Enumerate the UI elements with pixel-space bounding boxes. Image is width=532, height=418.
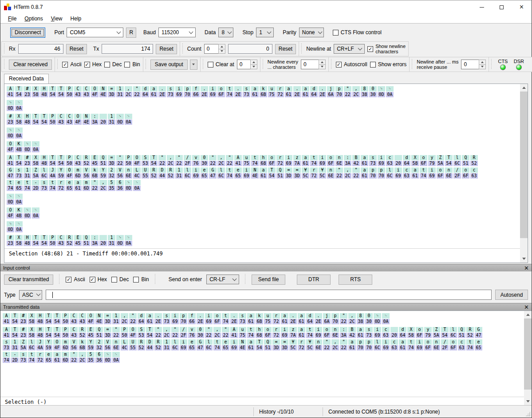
- stop-bits-select[interactable]: 1: [256, 28, 274, 37]
- rx-ascii-checkbox[interactable]: ✓Ascii: [62, 62, 81, 68]
- toolbar-grip-icon[interactable]: [244, 274, 246, 285]
- autosend-button[interactable]: Autosend: [495, 290, 528, 300]
- toolbar-grip-icon[interactable]: [331, 59, 332, 70]
- menu-file[interactable]: File: [4, 15, 20, 23]
- checkbox-box[interactable]: ✓: [336, 62, 342, 68]
- toolbar-grip-icon[interactable]: [182, 44, 183, 54]
- rx-hex-checkbox[interactable]: ✓Hex: [84, 62, 102, 68]
- checkbox-box[interactable]: [133, 277, 139, 283]
- newline-every-spinner[interactable]: 0: [301, 60, 326, 69]
- checkbox-box[interactable]: [124, 62, 130, 68]
- toolbar-grip-icon[interactable]: [4, 59, 5, 70]
- byte-cell: 030: [369, 86, 377, 97]
- tx-reset-button[interactable]: Reset: [156, 44, 177, 54]
- checkbox-box[interactable]: ✓: [62, 62, 68, 68]
- toolbar-grip-icon[interactable]: [411, 59, 413, 70]
- dtr-button[interactable]: DTR: [297, 275, 331, 285]
- newline-at-select[interactable]: CR+LF: [334, 44, 365, 54]
- count-spinner[interactable]: 0: [204, 44, 225, 54]
- received-scrollbar[interactable]: [520, 84, 528, 263]
- byte-cell: f66: [192, 86, 200, 97]
- close-button[interactable]: ×: [512, 0, 532, 14]
- parity-select[interactable]: None: [299, 28, 324, 37]
- minimize-button[interactable]: [472, 0, 492, 14]
- byte-cell: 131: [11, 339, 19, 350]
- byte-cell: i69: [319, 155, 326, 166]
- toolbar-grip-icon[interactable]: [59, 274, 60, 285]
- scrollbar-thumb[interactable]: [520, 92, 528, 238]
- input-control-row: Clear transmitted ✓Ascii ✓Hex Dec Bin Se…: [0, 271, 532, 287]
- close-icon[interactable]: ✕: [524, 304, 529, 310]
- rescan-ports-button[interactable]: R: [126, 28, 136, 38]
- byte-cell: u75: [264, 313, 272, 324]
- newline-after-spinner[interactable]: 0: [461, 60, 486, 69]
- show-newline-checkbox[interactable]: ✓Show newlinecharacters: [367, 44, 406, 54]
- close-icon[interactable]: ✕: [524, 265, 529, 271]
- checkbox-box[interactable]: ✓: [367, 46, 373, 52]
- rx-reset-button[interactable]: Reset: [66, 44, 87, 54]
- resize-grip[interactable]: [525, 411, 531, 417]
- checkbox-box[interactable]: ✓: [84, 62, 90, 68]
- tx-hex-checkbox[interactable]: ✓Hex: [90, 277, 107, 283]
- clear-at-spinner[interactable]: 0: [237, 60, 257, 69]
- newline-at-label: Newline at: [306, 46, 331, 52]
- menu-options[interactable]: Options: [20, 15, 47, 23]
- port-select[interactable]: COM5: [67, 28, 123, 37]
- toolbar-grip-icon[interactable]: [202, 59, 204, 70]
- baud-select[interactable]: 115200: [158, 28, 196, 37]
- type-select[interactable]: ASC: [19, 290, 42, 300]
- tx-bin-checkbox[interactable]: Bin: [133, 277, 149, 283]
- byte-cell: Z5A: [20, 339, 27, 350]
- scroll-up-icon[interactable]: [524, 311, 532, 318]
- clear-transmitted-button[interactable]: Clear transmitted: [4, 275, 53, 285]
- data-line: ␍0D␊0A: [7, 221, 479, 234]
- rx-bin-checkbox[interactable]: Bin: [124, 62, 140, 68]
- byte-cell: e65: [45, 352, 52, 363]
- toolbar-grip-icon[interactable]: [57, 59, 58, 70]
- tx-ascii-checkbox[interactable]: ✓Ascii: [66, 277, 85, 283]
- save-output-button[interactable]: Save output: [150, 60, 188, 70]
- menu-view[interactable]: View: [47, 15, 67, 23]
- data-bits-select[interactable]: 8: [218, 28, 233, 37]
- transmitted-data-grid[interactable]: A41T54#23X58H48T54T54P50C43C43O4FN4E=3D1…: [0, 311, 484, 397]
- toolbar-grip-icon[interactable]: [145, 59, 146, 70]
- rx-dec-checkbox[interactable]: Dec: [104, 62, 122, 68]
- scroll-up-icon[interactable]: [520, 84, 528, 92]
- checkbox-box[interactable]: [370, 62, 376, 68]
- menu-help[interactable]: Help: [67, 15, 86, 23]
- byte-cell: .2E: [201, 86, 208, 97]
- count-reset-button[interactable]: Reset: [275, 44, 296, 54]
- checkbox-box[interactable]: [111, 277, 117, 283]
- scroll-down-icon[interactable]: [524, 398, 532, 405]
- checkbox-box[interactable]: ✓: [90, 277, 95, 283]
- toolbar-grip-icon[interactable]: [491, 59, 492, 70]
- byte-cell: s73: [365, 327, 373, 338]
- toolbar-grip-icon[interactable]: [262, 59, 264, 70]
- clear-at-checkbox[interactable]: Clear at: [208, 62, 234, 68]
- send-on-enter-select[interactable]: CR-LF: [206, 275, 239, 284]
- scroll-down-icon[interactable]: [520, 255, 528, 263]
- checkbox-box[interactable]: [104, 62, 110, 68]
- tx-dec-checkbox[interactable]: Dec: [111, 277, 129, 283]
- disconnect-button[interactable]: Disconnect: [10, 28, 45, 38]
- send-input-field[interactable]: [46, 290, 492, 300]
- checkbox-box[interactable]: [208, 62, 213, 68]
- received-data-grid[interactable]: A41T54#23X58H48T54T54P50C43C43O4FN4E=3D1…: [4, 84, 479, 248]
- maximize-button[interactable]: [492, 0, 512, 14]
- toolbar-grip-icon[interactable]: [154, 274, 156, 285]
- toolbar-grip-icon[interactable]: [4, 44, 5, 54]
- rts-button[interactable]: RTS: [339, 275, 372, 285]
- toolbar-grip-icon[interactable]: [301, 44, 302, 54]
- cts-flow-control-checkbox[interactable]: CTS Flow control: [333, 30, 382, 36]
- save-output-dropdown-button[interactable]: [190, 60, 197, 70]
- transmitted-scrollbar[interactable]: [524, 311, 532, 405]
- tab-received-data[interactable]: Received Data: [4, 74, 49, 84]
- checkbox-box[interactable]: ✓: [66, 277, 71, 283]
- autoscroll-checkbox[interactable]: ✓Autoscroll: [336, 62, 367, 68]
- byte-cell: t74: [49, 180, 56, 191]
- send-file-button[interactable]: Send file: [252, 275, 285, 285]
- clear-received-button[interactable]: Clear received: [9, 60, 52, 70]
- show-errors-checkbox[interactable]: Show errors: [370, 62, 407, 68]
- checkbox-box[interactable]: [333, 30, 339, 36]
- scrollbar-thumb[interactable]: [524, 318, 532, 390]
